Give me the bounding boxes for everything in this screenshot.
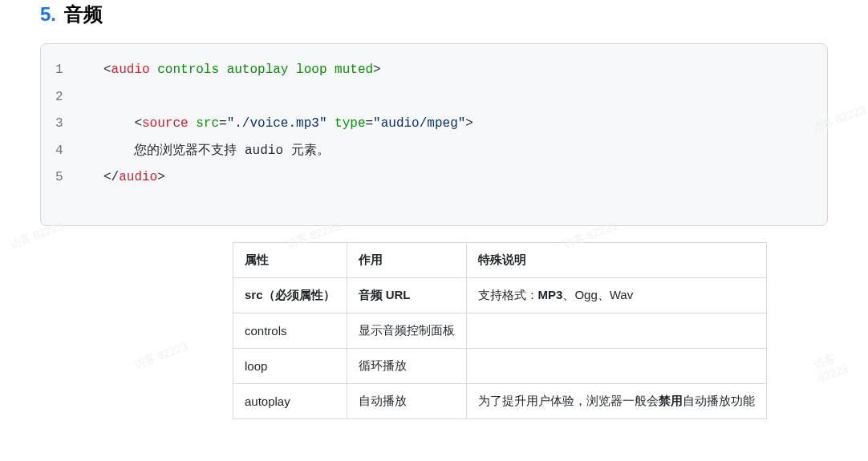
code-line: 2 <box>55 84 813 111</box>
code-line: 4 您的浏览器不支持 audio 元素。 <box>55 138 813 165</box>
table-cell: src（必须属性） <box>233 277 347 313</box>
table-cell <box>466 313 766 348</box>
code-content: <audio controls autoplay loop muted> <box>103 57 381 84</box>
heading-text: 音频 <box>64 2 103 27</box>
line-number: 5 <box>55 164 103 192</box>
table-header-cell: 属性 <box>233 242 347 277</box>
heading-number: 5. <box>40 3 56 26</box>
table-cell <box>466 348 766 383</box>
table-cell: 为了提升用户体验，浏览器一般会禁用自动播放功能 <box>466 383 766 419</box>
table-cell: 显示音频控制面板 <box>347 313 466 348</box>
attributes-table-wrap: 属性作用特殊说明src（必须属性）音频 URL支持格式：MP3、Ogg、Wavc… <box>233 242 828 419</box>
line-number: 1 <box>55 57 103 84</box>
line-number: 4 <box>55 138 103 165</box>
table-header-cell: 作用 <box>347 242 466 277</box>
line-number: 2 <box>55 84 103 111</box>
table-row: src（必须属性）音频 URL支持格式：MP3、Ogg、Wav <box>233 277 767 313</box>
attributes-table: 属性作用特殊说明src（必须属性）音频 URL支持格式：MP3、Ogg、Wavc… <box>233 242 767 419</box>
table-cell: 循环播放 <box>347 348 466 383</box>
table-header-cell: 特殊说明 <box>466 242 766 277</box>
code-content <box>103 84 112 111</box>
code-content: </audio> <box>103 164 165 192</box>
code-block: 1<audio controls autoplay loop muted>2 3… <box>40 43 828 226</box>
code-line: 3 <source src="./voice.mp3" type="audio/… <box>55 111 813 138</box>
code-line: 1<audio controls autoplay loop muted> <box>55 57 813 84</box>
table-cell: 音频 URL <box>347 277 466 313</box>
code-content: <source src="./voice.mp3" type="audio/mp… <box>103 111 473 138</box>
code-content: 您的浏览器不支持 audio 元素。 <box>103 138 330 165</box>
table-row: loop循环播放 <box>233 348 767 383</box>
table-cell: loop <box>233 348 347 383</box>
table-row: controls显示音频控制面板 <box>233 313 767 348</box>
line-number: 3 <box>55 111 103 138</box>
table-header-row: 属性作用特殊说明 <box>233 242 767 277</box>
table-cell: controls <box>233 313 347 348</box>
code-line: 5</audio> <box>55 164 813 192</box>
table-cell: autoplay <box>233 383 347 419</box>
table-cell: 支持格式：MP3、Ogg、Wav <box>466 277 766 313</box>
table-row: autoplay自动播放为了提升用户体验，浏览器一般会禁用自动播放功能 <box>233 383 767 419</box>
watermark: 访客 82223 <box>132 339 190 372</box>
section-heading: 5. 音频 <box>40 0 828 27</box>
table-cell: 自动播放 <box>347 383 466 419</box>
